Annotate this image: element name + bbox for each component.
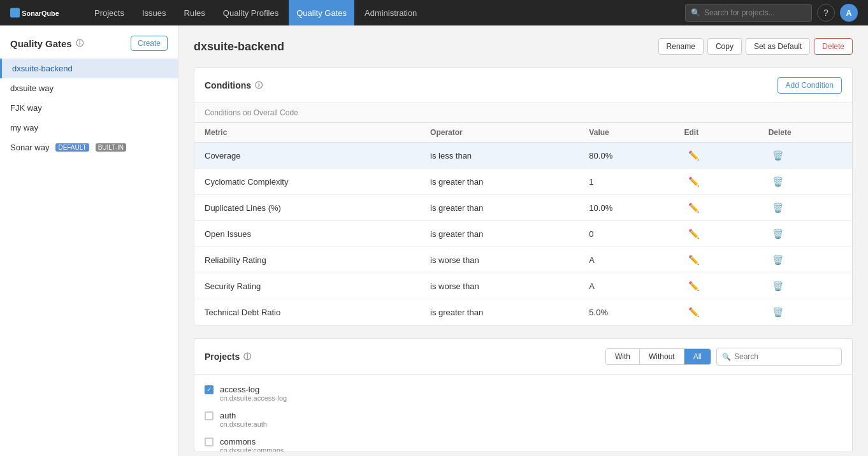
- global-search: 🔍: [685, 4, 812, 22]
- delete-cell: 🗑️: [758, 169, 852, 195]
- edit-cell: ✏️: [674, 169, 758, 195]
- table-row: Open Issues is greater than 0 ✏️ 🗑️: [194, 221, 852, 247]
- top-navigation: SonarQube Projects Issues Rules Quality …: [0, 0, 868, 25]
- value-cell: 0: [579, 221, 674, 247]
- help-button[interactable]: ?: [817, 4, 835, 22]
- sidebar-item-label: dxsuite-backend: [12, 64, 73, 73]
- value-cell: 1: [579, 169, 674, 195]
- table-row: Cyclomatic Complexity is greater than 1 …: [194, 169, 852, 195]
- help-icon: ⓘ: [76, 38, 83, 49]
- operator-cell: is greater than: [420, 299, 579, 325]
- col-edit: Edit: [674, 123, 758, 143]
- nav-issues[interactable]: Issues: [134, 0, 174, 25]
- edit-cell: ✏️: [674, 273, 758, 299]
- operator-cell: is worse than: [420, 247, 579, 273]
- project-info: commons cn.dxsuite:commons: [220, 437, 284, 452]
- delete-cell: 🗑️: [758, 143, 852, 169]
- delete-row-button[interactable]: 🗑️: [769, 227, 787, 240]
- operator-cell: is worse than: [420, 273, 579, 299]
- builtin-badge: BUILT-IN: [96, 143, 126, 152]
- rename-button[interactable]: Rename: [658, 38, 704, 55]
- main-content: dxsuite-backend Rename Copy Set as Defau…: [178, 25, 868, 456]
- list-item: commons cn.dxsuite:commons: [194, 432, 852, 452]
- delete-cell: 🗑️: [758, 221, 852, 247]
- edit-cell: ✏️: [674, 195, 758, 221]
- metric-cell: Reliability Rating: [194, 247, 420, 273]
- sidebar-item-sonar-way[interactable]: Sonar way DEFAULT BUILT-IN: [0, 138, 178, 157]
- metric-cell: Cyclomatic Complexity: [194, 169, 420, 195]
- avatar[interactable]: A: [840, 4, 858, 22]
- operator-cell: is less than: [420, 143, 579, 169]
- project-list: access-log cn.dxsuite:access-log auth cn…: [194, 375, 852, 452]
- table-row: Reliability Rating is worse than A ✏️ 🗑️: [194, 247, 852, 273]
- edit-cell: ✏️: [674, 299, 758, 325]
- filter-controls: With Without All 🔍: [605, 348, 842, 366]
- edit-cell: ✏️: [674, 221, 758, 247]
- sidebar-header: Quality Gates ⓘ Create: [0, 36, 178, 59]
- conditions-section-header: Conditions ⓘ Add Condition: [194, 68, 852, 103]
- logo: SonarQube: [10, 4, 74, 22]
- project-checkbox[interactable]: [205, 438, 213, 446]
- nav-quality-gates[interactable]: Quality Gates: [289, 0, 354, 25]
- copy-button[interactable]: Copy: [707, 38, 742, 55]
- edit-button[interactable]: ✏️: [684, 201, 703, 214]
- project-checkbox[interactable]: [205, 411, 213, 420]
- conditions-section: Conditions ⓘ Add Condition Conditions on…: [194, 68, 853, 325]
- sidebar-item-label: FJK way: [10, 103, 42, 113]
- sidebar-item-my-way[interactable]: my way: [0, 118, 178, 138]
- sidebar-item-label: my way: [10, 123, 38, 132]
- delete-button[interactable]: Delete: [814, 38, 853, 55]
- operator-cell: is greater than: [420, 221, 579, 247]
- sidebar-item-dxsuite-way[interactable]: dxsuite way: [0, 78, 178, 98]
- delete-row-button[interactable]: 🗑️: [769, 280, 787, 292]
- delete-cell: 🗑️: [758, 273, 852, 299]
- delete-row-button[interactable]: 🗑️: [769, 253, 787, 266]
- delete-row-button[interactable]: 🗑️: [769, 201, 787, 214]
- edit-button[interactable]: ✏️: [684, 306, 703, 318]
- project-checkbox[interactable]: [205, 385, 213, 394]
- svg-rect-0: [10, 8, 20, 18]
- conditions-subtitle: Conditions on Overall Code: [194, 103, 852, 123]
- sidebar-item-fjk-way[interactable]: FJK way: [0, 98, 178, 118]
- projects-section: Projects ⓘ With Without All 🔍: [194, 338, 853, 452]
- delete-row-button[interactable]: 🗑️: [769, 306, 787, 318]
- project-search-input[interactable]: [734, 352, 836, 361]
- edit-cell: ✏️: [674, 247, 758, 273]
- filter-tabs: With Without All: [605, 348, 711, 365]
- nav-administration[interactable]: Administration: [357, 0, 424, 25]
- edit-button[interactable]: ✏️: [684, 149, 703, 162]
- conditions-help-icon: ⓘ: [255, 80, 263, 91]
- filter-all[interactable]: All: [684, 349, 711, 364]
- delete-row-button[interactable]: 🗑️: [769, 149, 787, 162]
- value-cell: A: [579, 247, 674, 273]
- nav-projects[interactable]: Projects: [87, 0, 132, 25]
- sidebar: Quality Gates ⓘ Create dxsuite-backend d…: [0, 25, 178, 456]
- col-metric: Metric: [194, 123, 420, 143]
- filter-with[interactable]: With: [606, 349, 640, 364]
- nav-rules[interactable]: Rules: [177, 0, 213, 25]
- edit-button[interactable]: ✏️: [684, 253, 703, 266]
- set-default-button[interactable]: Set as Default: [746, 38, 810, 55]
- sidebar-item-dxsuite-backend[interactable]: dxsuite-backend: [0, 59, 178, 78]
- value-cell: 5.0%: [579, 299, 674, 325]
- edit-button[interactable]: ✏️: [684, 227, 703, 240]
- col-operator: Operator: [420, 123, 579, 143]
- value-cell: 80.0%: [579, 143, 674, 169]
- search-icon: 🔍: [722, 353, 731, 361]
- add-condition-button[interactable]: Add Condition: [778, 77, 842, 94]
- list-item: access-log cn.dxsuite:access-log: [194, 380, 852, 406]
- delete-row-button[interactable]: 🗑️: [769, 175, 787, 188]
- nav-quality-profiles[interactable]: Quality Profiles: [215, 0, 286, 25]
- delete-cell: 🗑️: [758, 299, 852, 325]
- filter-without[interactable]: Without: [640, 349, 684, 364]
- edit-button[interactable]: ✏️: [684, 280, 703, 292]
- projects-header: Projects ⓘ With Without All 🔍: [194, 339, 852, 375]
- header-actions: Rename Copy Set as Default Delete: [658, 38, 853, 55]
- edit-button[interactable]: ✏️: [684, 175, 703, 188]
- search-input[interactable]: [704, 8, 806, 17]
- delete-cell: 🗑️: [758, 247, 852, 273]
- create-button[interactable]: Create: [131, 36, 168, 51]
- main-layout: Quality Gates ⓘ Create dxsuite-backend d…: [0, 25, 868, 456]
- svg-text:SonarQube: SonarQube: [22, 10, 59, 17]
- metric-cell: Coverage: [194, 143, 420, 169]
